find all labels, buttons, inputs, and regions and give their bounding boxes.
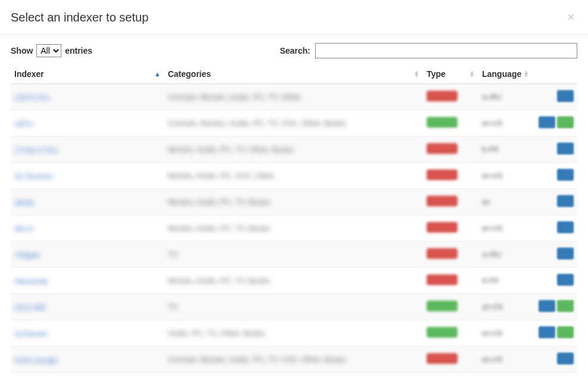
indexer-link[interactable]: 32 Torrents [14, 172, 53, 181]
table-controls: Show All entries Search: [11, 43, 577, 58]
col-header-categories-label: Categories [168, 69, 211, 79]
language-cell: en-US [478, 215, 533, 242]
table-row: 4th DMovies, Audio, PC, TV, Booksen-US [11, 215, 577, 242]
configure-button[interactable] [539, 326, 555, 338]
configure-button[interactable] [539, 116, 555, 128]
type-cell [423, 347, 478, 373]
language-cell: en-US [478, 163, 533, 189]
modal-header: Select an indexer to setup × [0, 0, 588, 35]
indexer-link[interactable]: 4th D [14, 224, 33, 233]
table-row: ACG RIPTVzh-CN [11, 294, 577, 320]
configure-button[interactable] [557, 169, 574, 181]
actions-cell [533, 373, 577, 378]
configure-button[interactable] [557, 195, 574, 207]
actions-cell [533, 110, 577, 137]
search-label: Search: [280, 46, 310, 55]
search-input[interactable] [315, 43, 577, 58]
add-button[interactable] [557, 300, 574, 312]
type-badge [427, 117, 458, 128]
indexer-link[interactable]: 3evils [14, 198, 34, 207]
indexer-link[interactable]: Acid Lounge [14, 356, 57, 364]
sort-icon: ▲▼ [523, 70, 529, 78]
type-cell [423, 373, 478, 378]
actions-cell [533, 320, 577, 347]
sort-icon: ▲▼ [413, 70, 419, 78]
actions-cell [533, 163, 577, 189]
actions-cell [533, 84, 577, 110]
table-row: AftershockConsole, Movies, Audio, PC, TV… [11, 373, 577, 378]
type-cell [423, 294, 478, 320]
col-header-language[interactable]: Language ▲▼ [478, 64, 533, 84]
add-button[interactable] [557, 326, 574, 338]
table-row: AbnormalMovies, Audio, PC, TV, Booksfr-F… [11, 268, 577, 294]
table-row: 1337x ProConsole, Movies, Audio, PC, TV,… [11, 84, 577, 110]
type-cell [423, 84, 478, 110]
show-label-pre: Show [11, 46, 33, 55]
show-entries-control: Show All entries [11, 44, 92, 57]
type-cell [423, 137, 478, 163]
configure-button[interactable] [557, 143, 574, 154]
type-badge [427, 327, 458, 338]
configure-button[interactable] [557, 90, 574, 102]
categories-cell: Movies, Audio, PC, TV, Other, Books [164, 137, 424, 163]
indexer-link[interactable]: 720pier [14, 251, 40, 259]
type-badge [427, 91, 458, 101]
type-badge [427, 353, 458, 364]
actions-cell [533, 215, 577, 242]
col-header-type[interactable]: Type ▲▼ [423, 64, 478, 84]
modal-body: Show All entries Search: Indexer ▲ [0, 35, 588, 377]
add-button[interactable] [557, 116, 574, 128]
language-cell: ru-RU [478, 242, 533, 268]
col-header-type-label: Type [427, 69, 446, 79]
categories-cell: Console, Movies, Audio, PC, TV, XXX, Oth… [164, 347, 424, 373]
actions-cell [533, 294, 577, 320]
categories-cell: TV [164, 294, 424, 320]
table-row: 32 TorrentsMovies, Audio, PC, XXX, Other… [11, 163, 577, 189]
language-cell: en-US [478, 347, 533, 373]
language-cell: en-US [478, 320, 533, 347]
configure-button[interactable] [557, 248, 574, 259]
entries-select[interactable]: All [36, 44, 61, 57]
configure-button[interactable] [557, 221, 574, 233]
type-cell [423, 215, 478, 242]
language-cell: en-US [478, 110, 533, 137]
categories-cell: Movies, Audio, PC, TV, Books [164, 268, 424, 294]
type-badge [427, 143, 458, 154]
indexer-table: Indexer ▲ Categories ▲▼ Type ▲▼ Language… [11, 64, 577, 377]
language-cell: ru-RU [478, 84, 533, 110]
indexer-link[interactable]: AcTorrent [14, 329, 48, 338]
indexer-link[interactable]: 1337x Pro [14, 93, 49, 102]
categories-cell: Console, Movies, Audio, PC, TV, Other [164, 84, 424, 110]
configure-button[interactable] [557, 274, 574, 286]
configure-button[interactable] [539, 300, 555, 312]
type-cell [423, 163, 478, 189]
categories-cell: Console, Movies, Audio, PC, TV, XXX, Oth… [164, 110, 424, 137]
categories-cell: Console, Movies, Audio, PC, TV, XXX, Oth… [164, 373, 424, 378]
indexer-link[interactable]: ACG RIP [14, 303, 46, 312]
table-row: 2 Fast 4 YouMovies, Audio, PC, TV, Other… [11, 137, 577, 163]
type-cell [423, 242, 478, 268]
indexer-link[interactable]: Abnormal [14, 277, 48, 286]
type-badge [427, 274, 458, 285]
close-button[interactable]: × [565, 11, 577, 24]
categories-cell: Movies, Audio, PC, XXX, Other [164, 163, 424, 189]
categories-cell: TV [164, 242, 424, 268]
show-label-post: entries [65, 46, 92, 55]
actions-cell [533, 242, 577, 268]
table-row: Acid LoungeConsole, Movies, Audio, PC, T… [11, 347, 577, 373]
type-badge [427, 169, 458, 180]
indexer-link[interactable]: 2 Fast 4 You [14, 146, 57, 154]
table-row: 720pierTVru-RU [11, 242, 577, 268]
type-badge [427, 248, 458, 259]
col-header-categories[interactable]: Categories ▲▼ [164, 64, 424, 84]
actions-cell [533, 137, 577, 163]
col-header-indexer-label: Indexer [14, 69, 44, 79]
sort-icon: ▲▼ [469, 70, 475, 78]
col-header-language-label: Language [482, 69, 521, 79]
configure-button[interactable] [557, 353, 574, 364]
sort-asc-icon: ▲ [154, 70, 161, 78]
indexer-link[interactable]: 24/7x [14, 119, 33, 128]
actions-cell [533, 268, 577, 294]
language-cell: hu-HU [478, 373, 533, 378]
col-header-indexer[interactable]: Indexer ▲ [11, 64, 164, 84]
